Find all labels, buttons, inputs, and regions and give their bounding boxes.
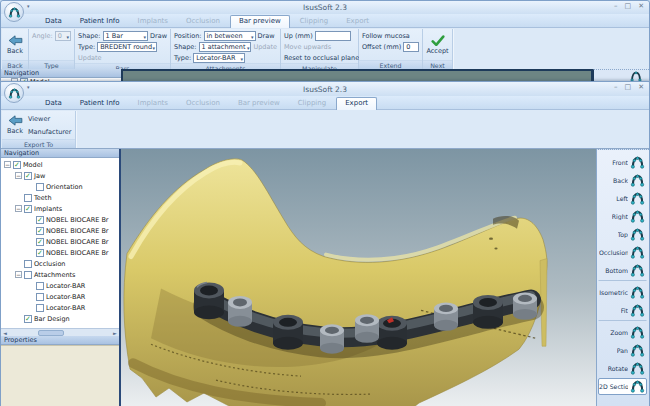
export-manufacturer-button[interactable]: Manufacturer [28, 128, 75, 136]
tree-checkbox[interactable]: ✓ [36, 216, 44, 224]
view-button[interactable]: Fit [598, 302, 647, 321]
tree-item[interactable]: − ✓ Orientation [1, 181, 119, 192]
maximize-icon[interactable]: □ [625, 83, 632, 91]
view-button[interactable]: Right [598, 208, 647, 225]
bar-type-select[interactable]: BREDENT round▾ [97, 42, 157, 52]
ribbon-tab[interactable]: Patient Info [72, 16, 128, 27]
attachment-type-select[interactable]: Locator-BAR▾ [193, 53, 245, 63]
tree-item[interactable]: − ✓ Implants [1, 203, 119, 214]
ribbon-tab[interactable]: Export [338, 16, 377, 27]
tree-checkbox[interactable]: ✓ [36, 304, 44, 312]
tree-checkbox[interactable]: ✓ [36, 183, 44, 191]
back-button[interactable]: Back [2, 111, 28, 139]
ribbon-tab[interactable]: Implants [130, 98, 176, 109]
tree-item[interactable]: − ✓ Bar Design [1, 313, 119, 324]
ribbon-tab[interactable]: Data [37, 16, 70, 27]
tree-checkbox[interactable]: ✓ [24, 205, 32, 213]
tree-checkbox[interactable]: ✓ [36, 282, 44, 290]
3d-viewport[interactable] [121, 149, 596, 406]
tree-checkbox[interactable]: ✓ [36, 227, 44, 235]
group-label-next: Next [423, 60, 452, 69]
app-menu-button[interactable] [4, 83, 24, 103]
ribbon-tab[interactable]: Clipping [292, 16, 337, 27]
tree-checkbox[interactable]: ✓ [36, 293, 44, 301]
tree-item[interactable]: − ✓ Model [1, 159, 119, 170]
view-button[interactable]: Front [598, 154, 647, 171]
offset-mm-input[interactable]: 0 [403, 42, 419, 52]
view-button[interactable]: Back [598, 172, 647, 189]
title-bar[interactable]: ▾ IsusSoft 2.3 – □ ✕ [1, 1, 649, 14]
bar-shape-select[interactable]: 1 Bar▾ [103, 31, 148, 41]
export-viewer-button[interactable]: Viewer [28, 115, 75, 123]
accept-button[interactable]: Accept [423, 29, 452, 60]
tree-item[interactable]: − ✓ Attachments [1, 269, 119, 280]
ribbon-tab[interactable]: Occlusion [178, 16, 228, 27]
tree-item[interactable]: − ✓ NOBEL BIOCARE Br [1, 225, 119, 236]
tree-item[interactable]: − ✓ NOBEL BIOCARE Br [1, 214, 119, 225]
tree-item[interactable]: − ✓ Locator-BAR [1, 280, 119, 291]
minimize-icon[interactable]: – [614, 2, 618, 10]
ribbon-tab[interactable]: Clipping [290, 98, 335, 109]
tree-item[interactable]: − ✓ Locator-BAR [1, 302, 119, 313]
view-button[interactable]: Isometric [598, 284, 647, 301]
view-button[interactable]: Bottom [598, 262, 647, 281]
ribbon-tab[interactable]: Implants [130, 16, 176, 27]
view-button[interactable]: Occlusion Top [598, 244, 647, 261]
maximize-icon[interactable]: □ [625, 2, 632, 10]
close-icon[interactable]: ✕ [638, 2, 644, 10]
tree-item[interactable]: − ✓ NOBEL BIOCARE Br [1, 236, 119, 247]
right-view-icon [630, 210, 645, 223]
bar-draw-button[interactable]: Draw [150, 32, 167, 40]
ribbon-tab[interactable]: Occlusion [178, 98, 228, 109]
tree-checkbox[interactable]: ✓ [24, 315, 32, 323]
scroll-right-icon[interactable]: ► [111, 330, 119, 336]
tree-item[interactable]: − ✓ Occlusion [1, 258, 119, 269]
tree-checkbox[interactable]: ✓ [24, 271, 32, 279]
minimize-icon[interactable]: – [614, 83, 618, 91]
attachment-update-button[interactable]: Update [253, 43, 277, 51]
ribbon-tab[interactable]: Bar preview [230, 98, 288, 109]
app-menu-button[interactable] [4, 2, 24, 22]
view-button[interactable]: Zoom [598, 324, 647, 341]
reset-occlusal-plane-button[interactable]: Reset to occlusal plane [284, 54, 359, 62]
tree-item[interactable]: − ✓ Jaw [1, 170, 119, 181]
bar-update-button[interactable]: Update [78, 54, 102, 62]
quick-access-arrow-icon[interactable]: ▾ [27, 3, 30, 9]
tree-expander-icon[interactable]: − [15, 205, 22, 212]
tree-expander-icon[interactable]: − [4, 161, 11, 168]
move-upwards-button[interactable]: Move upwards [284, 43, 331, 51]
attachment-position-select[interactable]: in between▾ [204, 31, 256, 41]
ribbon-tab[interactable]: Bar preview [230, 15, 290, 28]
up-mm-input[interactable] [315, 31, 351, 41]
view-button[interactable]: Top [598, 226, 647, 243]
tree-horizontal-scrollbar[interactable]: ◄ ► [1, 328, 119, 336]
attachment-shape-select[interactable]: 1 attachment▾ [199, 42, 252, 52]
ribbon-tab[interactable]: Export [336, 97, 377, 110]
title-bar[interactable]: ▾ IsusSoft 2.3 – □ ✕ [1, 82, 649, 96]
tree-checkbox[interactable]: ✓ [24, 260, 32, 268]
tree-expander-icon[interactable]: − [15, 172, 22, 179]
tree-checkbox[interactable]: ✓ [36, 238, 44, 246]
view-button[interactable]: Pan [598, 342, 647, 359]
tree-item[interactable]: − ✓ Teeth [1, 192, 119, 203]
attachment-draw-button[interactable]: Draw [258, 32, 275, 40]
tree-expander-icon[interactable]: − [15, 271, 22, 278]
quick-access-arrow-icon[interactable]: ▾ [27, 84, 30, 90]
ribbon-tab[interactable]: Patient Info [72, 98, 128, 109]
close-icon[interactable]: ✕ [638, 83, 644, 91]
view-button[interactable]: Left [598, 190, 647, 207]
tree-checkbox[interactable]: ✓ [24, 172, 32, 180]
back-button[interactable]: Back [2, 29, 28, 60]
scroll-left-icon[interactable]: ◄ [1, 330, 9, 336]
follow-mucosa-button[interactable]: Follow mucosa [362, 32, 410, 40]
ribbon-tab[interactable]: Data [37, 98, 70, 109]
tree-item[interactable]: − ✓ Locator-BAR [1, 291, 119, 302]
tree-checkbox[interactable]: ✓ [24, 194, 32, 202]
tree-checkbox[interactable]: ✓ [36, 249, 44, 257]
view-button[interactable]: Rotate [598, 360, 647, 377]
scrollbar-thumb[interactable] [38, 330, 65, 336]
angle-select[interactable]: 0▾ [55, 31, 71, 41]
view-button[interactable]: 2D Section [598, 378, 647, 395]
tree-item[interactable]: − ✓ NOBEL BIOCARE Br [1, 247, 119, 258]
tree-checkbox[interactable]: ✓ [13, 161, 21, 169]
